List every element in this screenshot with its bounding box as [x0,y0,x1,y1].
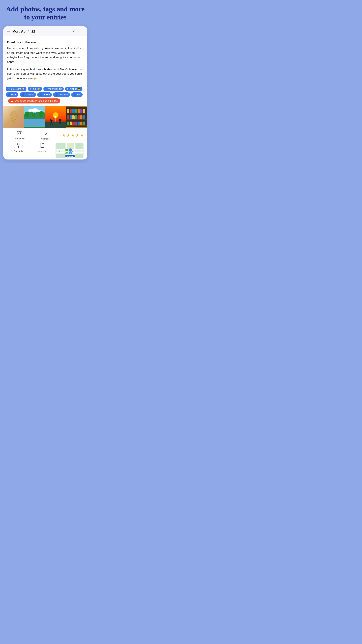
person-icon: 👤 [73,93,76,96]
volleyball-image [45,106,66,128]
svg-point-95 [69,148,70,149]
svg-rect-50 [69,115,72,119]
more-menu-button[interactable]: ⋮ [80,30,84,34]
svg-rect-80 [76,154,83,158]
add-file-label: Add file [38,150,45,152]
journal-paragraph-2: In the evening we had a nice barbecue at… [7,67,83,81]
svg-point-66 [44,132,44,132]
add-file-button[interactable]: Add file [30,143,54,158]
tag-icon: 🏷 [30,88,32,90]
person-icon: 👤 [39,93,42,96]
tag-volleyball[interactable]: 🏷 volleyball 🏐 [43,87,63,91]
tag-label: Rebecca [59,93,68,96]
weather-badge: 🌤 27°C, Clear conditions throughout the … [8,98,60,104]
photos-row [3,106,87,128]
svg-text:30: 30 [66,153,68,154]
add-audio-label: Add audio [13,150,23,152]
add-audio-button[interactable]: Add audio [7,143,30,158]
tags-section: 🏷 ice cream 🍦 🏷 sun ☀️ 🏷 volleyball 🏐 🏷 … [3,85,87,97]
journal-card: ← Mon, Apr 4, 22 < > ⋮ Great day in the … [3,26,87,160]
svg-text:Chandler: Chandler [67,156,73,157]
journal-title: Great day in the sun [7,40,83,45]
photo-beer[interactable] [66,106,87,128]
tag-friends[interactable]: 🏷 friends 😎 [65,87,83,91]
svg-rect-46 [78,109,80,113]
svg-rect-22 [45,122,66,127]
star-rating[interactable]: ★ ★ ★ ★ ★ [58,133,84,138]
star-3[interactable]: ★ [71,133,75,138]
svg-rect-79 [56,154,65,158]
tag-icon: 🏷 [67,88,69,90]
star-1[interactable]: ★ [62,133,66,138]
tag-mark[interactable]: 👤 Mark [6,92,18,97]
page-headline: Add photos, tags and more to your entrie… [3,5,87,21]
add-tags-icon [43,130,48,137]
svg-rect-55 [83,115,85,119]
nav-controls: < > ⋮ [73,30,84,34]
svg-rect-60 [78,122,80,125]
svg-rect-47 [80,109,82,113]
svg-rect-44 [72,109,75,113]
next-entry-button[interactable]: > [77,30,79,33]
tag-tim[interactable]: 👤 Tim [71,92,83,97]
tag-thomas[interactable]: 👤 Thomas [20,92,36,97]
svg-point-37 [54,116,56,118]
svg-text:Por: Por [77,145,79,146]
back-button[interactable]: ← [7,29,10,34]
add-tags-label: Add tags [41,138,49,140]
person-icon: 👤 [55,93,58,96]
tag-rebecca[interactable]: 👤 Rebecca [53,92,70,97]
svg-text:Capalaba: Capalaba [68,151,73,152]
add-photo-button[interactable]: Add photo [7,131,32,140]
svg-rect-39 [66,113,87,114]
tag-ashley[interactable]: 👤 Ashley [37,92,52,97]
svg-rect-53 [78,115,80,119]
prev-entry-button[interactable]: < [73,30,75,33]
weather-text: 27°C, Clear conditions throughout the da… [14,100,58,102]
add-photo-icon [17,131,22,136]
icecream-image [9,110,18,124]
star-2[interactable]: ★ [66,133,70,138]
beer-image [66,106,87,128]
svg-rect-49 [67,115,69,119]
photo-icecream[interactable] [3,106,24,128]
svg-rect-42 [67,109,69,113]
add-tags-button[interactable]: Add tags [32,130,58,140]
star-5[interactable]: ★ [80,133,84,138]
star-4[interactable]: ★ [75,133,79,138]
svg-text:54: 54 [66,150,68,150]
svg-rect-48 [83,109,85,113]
svg-rect-61 [80,122,82,125]
tag-icecream[interactable]: 🏷 ice cream 🍦 [6,87,26,91]
tag-label: ice cream 🍦 [11,88,24,90]
tag-label: sun ☀️ [33,88,40,90]
svg-rect-67 [17,143,19,146]
svg-rect-52 [75,115,77,119]
tag-label: Ashley [43,93,50,96]
river-image [24,106,45,128]
card-header: ← Mon, Apr 4, 22 < > ⋮ [3,26,87,36]
svg-rect-59 [75,122,77,125]
svg-text:ale: ale [59,151,60,152]
add-audio-icon [16,143,20,149]
actions-row-1: Add photo Add tags ★ ★ ★ ★ ★ [3,128,87,142]
tag-label: Thomas [25,93,34,96]
tag-label: friends 😎 [70,88,81,90]
journal-paragraph-1: Had a wonderful day with my friends. We … [7,46,83,64]
svg-rect-78 [67,143,74,148]
photo-volleyball[interactable] [45,106,66,128]
tag-label: Mark [11,93,16,96]
svg-rect-57 [69,122,72,125]
svg-rect-76 [56,143,65,148]
tag-sun[interactable]: 🏷 sun ☀️ [28,87,42,91]
map-preview[interactable]: 54 22 30 44 Chandler Capalaba Por ale [55,143,84,158]
photo-river[interactable] [24,106,45,128]
svg-rect-77 [76,143,83,148]
tag-label: volleyball 🏐 [48,88,61,90]
svg-rect-62 [83,122,85,125]
tag-icon: 🏷 [8,88,10,90]
tag-label: Tim [77,93,81,96]
add-file-icon [40,143,44,149]
svg-rect-63 [17,131,22,135]
tag-icon: 🏷 [45,88,48,90]
